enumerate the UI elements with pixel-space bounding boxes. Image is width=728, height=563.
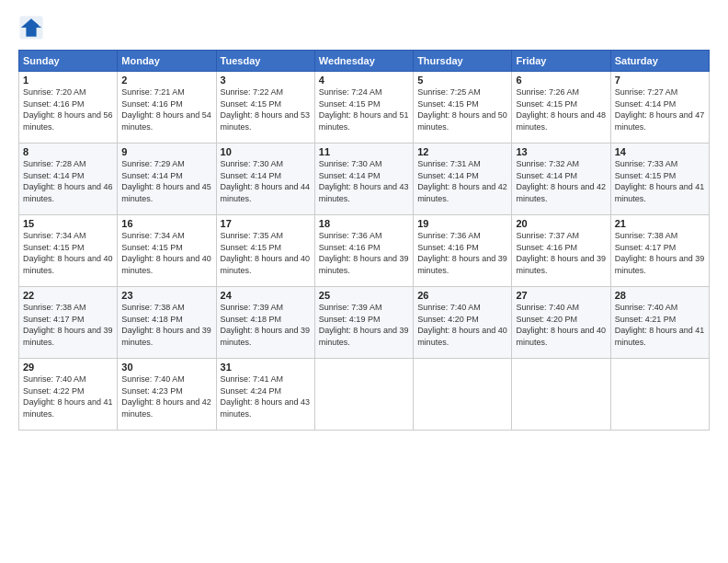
day-info: Sunrise: 7:26 AM Sunset: 4:15 PM Dayligh…	[516, 86, 606, 132]
day-number: 8	[23, 146, 113, 157]
day-number: 16	[121, 218, 211, 229]
day-number: 4	[319, 75, 409, 86]
day-info: Sunrise: 7:40 AM Sunset: 4:22 PM Dayligh…	[23, 373, 113, 419]
day-info: Sunrise: 7:39 AM Sunset: 4:19 PM Dayligh…	[319, 302, 409, 348]
day-info: Sunrise: 7:29 AM Sunset: 4:14 PM Dayligh…	[121, 158, 211, 204]
day-number: 28	[615, 290, 705, 301]
day-cell: 7 Sunrise: 7:27 AM Sunset: 4:14 PM Dayli…	[610, 72, 709, 144]
day-info: Sunrise: 7:36 AM Sunset: 4:16 PM Dayligh…	[319, 230, 409, 276]
day-cell: 11 Sunrise: 7:30 AM Sunset: 4:14 PM Dayl…	[314, 144, 413, 215]
day-cell: 2 Sunrise: 7:21 AM Sunset: 4:16 PM Dayli…	[118, 72, 216, 144]
day-number: 17	[221, 218, 311, 229]
day-cell	[314, 359, 413, 431]
day-info: Sunrise: 7:38 AM Sunset: 4:17 PM Dayligh…	[615, 230, 705, 276]
col-header-saturday: Saturday	[610, 51, 709, 72]
col-header-wednesday: Wednesday	[314, 51, 413, 72]
day-info: Sunrise: 7:37 AM Sunset: 4:16 PM Dayligh…	[516, 230, 606, 276]
day-info: Sunrise: 7:34 AM Sunset: 4:15 PM Dayligh…	[121, 230, 211, 276]
day-cell	[414, 359, 512, 431]
day-number: 15	[23, 218, 113, 229]
day-number: 29	[23, 362, 113, 373]
day-cell: 4 Sunrise: 7:24 AM Sunset: 4:15 PM Dayli…	[314, 72, 413, 144]
day-cell: 1 Sunrise: 7:20 AM Sunset: 4:16 PM Dayli…	[19, 72, 118, 144]
day-info: Sunrise: 7:33 AM Sunset: 4:15 PM Dayligh…	[615, 158, 705, 204]
page: SundayMondayTuesdayWednesdayThursdayFrid…	[0, 0, 728, 563]
day-number: 31	[221, 362, 311, 373]
day-info: Sunrise: 7:31 AM Sunset: 4:14 PM Dayligh…	[417, 158, 507, 204]
day-cell	[512, 359, 610, 431]
day-cell: 26 Sunrise: 7:40 AM Sunset: 4:20 PM Dayl…	[414, 287, 512, 359]
day-info: Sunrise: 7:30 AM Sunset: 4:14 PM Dayligh…	[319, 158, 409, 204]
day-cell: 9 Sunrise: 7:29 AM Sunset: 4:14 PM Dayli…	[118, 144, 216, 215]
day-cell: 10 Sunrise: 7:30 AM Sunset: 4:14 PM Dayl…	[216, 144, 314, 215]
day-cell	[610, 359, 709, 431]
logo-icon	[18, 15, 44, 40]
day-info: Sunrise: 7:35 AM Sunset: 4:15 PM Dayligh…	[221, 230, 311, 276]
week-row-5: 29 Sunrise: 7:40 AM Sunset: 4:22 PM Dayl…	[19, 359, 710, 431]
day-number: 2	[121, 75, 211, 86]
calendar-table: SundayMondayTuesdayWednesdayThursdayFrid…	[18, 50, 710, 431]
day-number: 7	[615, 75, 705, 86]
day-info: Sunrise: 7:30 AM Sunset: 4:14 PM Dayligh…	[221, 158, 311, 204]
day-info: Sunrise: 7:39 AM Sunset: 4:18 PM Dayligh…	[221, 302, 311, 348]
week-row-2: 8 Sunrise: 7:28 AM Sunset: 4:14 PM Dayli…	[19, 144, 710, 215]
day-cell: 6 Sunrise: 7:26 AM Sunset: 4:15 PM Dayli…	[512, 72, 610, 144]
col-header-tuesday: Tuesday	[216, 51, 314, 72]
day-cell: 29 Sunrise: 7:40 AM Sunset: 4:22 PM Dayl…	[19, 359, 118, 431]
week-row-3: 15 Sunrise: 7:34 AM Sunset: 4:15 PM Dayl…	[19, 215, 710, 287]
day-cell: 20 Sunrise: 7:37 AM Sunset: 4:16 PM Dayl…	[512, 215, 610, 287]
col-header-sunday: Sunday	[19, 51, 118, 72]
day-info: Sunrise: 7:40 AM Sunset: 4:23 PM Dayligh…	[121, 373, 211, 419]
day-number: 10	[221, 146, 311, 157]
day-cell: 22 Sunrise: 7:38 AM Sunset: 4:17 PM Dayl…	[19, 287, 118, 359]
logo	[18, 15, 48, 40]
week-row-4: 22 Sunrise: 7:38 AM Sunset: 4:17 PM Dayl…	[19, 287, 710, 359]
day-info: Sunrise: 7:40 AM Sunset: 4:20 PM Dayligh…	[516, 302, 606, 348]
day-number: 26	[417, 290, 507, 301]
day-number: 19	[417, 218, 507, 229]
day-info: Sunrise: 7:41 AM Sunset: 4:24 PM Dayligh…	[221, 373, 311, 419]
col-header-thursday: Thursday	[414, 51, 512, 72]
day-number: 6	[516, 75, 606, 86]
day-info: Sunrise: 7:20 AM Sunset: 4:16 PM Dayligh…	[23, 86, 113, 132]
day-cell: 30 Sunrise: 7:40 AM Sunset: 4:23 PM Dayl…	[118, 359, 216, 431]
day-number: 21	[615, 218, 705, 229]
col-header-monday: Monday	[118, 51, 216, 72]
day-info: Sunrise: 7:38 AM Sunset: 4:17 PM Dayligh…	[23, 302, 113, 348]
day-cell: 19 Sunrise: 7:36 AM Sunset: 4:16 PM Dayl…	[414, 215, 512, 287]
day-number: 27	[516, 290, 606, 301]
day-info: Sunrise: 7:34 AM Sunset: 4:15 PM Dayligh…	[23, 230, 113, 276]
day-cell: 31 Sunrise: 7:41 AM Sunset: 4:24 PM Dayl…	[216, 359, 314, 431]
day-cell: 12 Sunrise: 7:31 AM Sunset: 4:14 PM Dayl…	[414, 144, 512, 215]
day-number: 18	[319, 218, 409, 229]
day-number: 20	[516, 218, 606, 229]
day-info: Sunrise: 7:36 AM Sunset: 4:16 PM Dayligh…	[417, 230, 507, 276]
day-cell: 16 Sunrise: 7:34 AM Sunset: 4:15 PM Dayl…	[118, 215, 216, 287]
day-cell: 27 Sunrise: 7:40 AM Sunset: 4:20 PM Dayl…	[512, 287, 610, 359]
day-info: Sunrise: 7:40 AM Sunset: 4:20 PM Dayligh…	[417, 302, 507, 348]
day-info: Sunrise: 7:25 AM Sunset: 4:15 PM Dayligh…	[417, 86, 507, 132]
day-number: 12	[417, 146, 507, 157]
day-number: 23	[121, 290, 211, 301]
day-number: 30	[121, 362, 211, 373]
col-header-friday: Friday	[512, 51, 610, 72]
day-cell: 17 Sunrise: 7:35 AM Sunset: 4:15 PM Dayl…	[216, 215, 314, 287]
day-cell: 5 Sunrise: 7:25 AM Sunset: 4:15 PM Dayli…	[414, 72, 512, 144]
day-cell: 24 Sunrise: 7:39 AM Sunset: 4:18 PM Dayl…	[216, 287, 314, 359]
day-number: 1	[23, 75, 113, 86]
day-cell: 21 Sunrise: 7:38 AM Sunset: 4:17 PM Dayl…	[610, 215, 709, 287]
day-cell: 8 Sunrise: 7:28 AM Sunset: 4:14 PM Dayli…	[19, 144, 118, 215]
day-number: 5	[417, 75, 507, 86]
day-cell: 3 Sunrise: 7:22 AM Sunset: 4:15 PM Dayli…	[216, 72, 314, 144]
header-row: SundayMondayTuesdayWednesdayThursdayFrid…	[19, 51, 710, 72]
day-number: 14	[615, 146, 705, 157]
day-info: Sunrise: 7:40 AM Sunset: 4:21 PM Dayligh…	[615, 302, 705, 348]
day-info: Sunrise: 7:32 AM Sunset: 4:14 PM Dayligh…	[516, 158, 606, 204]
day-cell: 23 Sunrise: 7:38 AM Sunset: 4:18 PM Dayl…	[118, 287, 216, 359]
day-number: 13	[516, 146, 606, 157]
day-info: Sunrise: 7:27 AM Sunset: 4:14 PM Dayligh…	[615, 86, 705, 132]
day-number: 24	[221, 290, 311, 301]
day-number: 11	[319, 146, 409, 157]
day-number: 3	[221, 75, 311, 86]
day-info: Sunrise: 7:24 AM Sunset: 4:15 PM Dayligh…	[319, 86, 409, 132]
